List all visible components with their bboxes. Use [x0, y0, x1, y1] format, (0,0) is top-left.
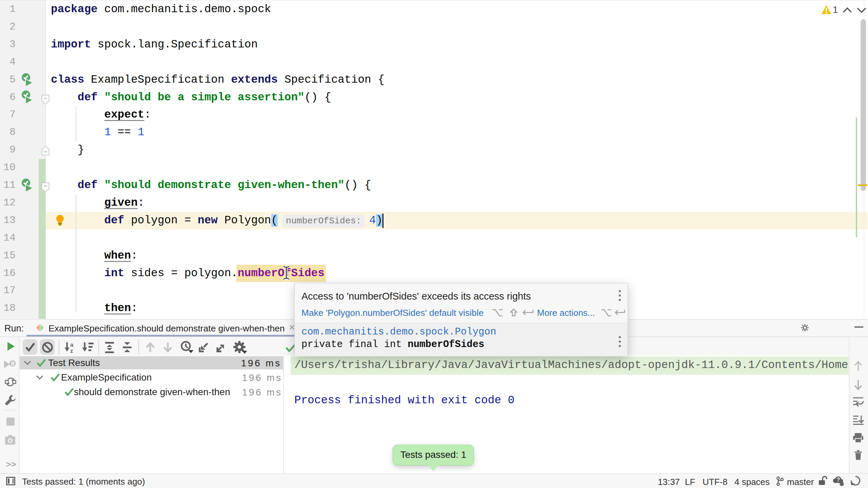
svg-text:9: 9: [11, 361, 14, 367]
svg-text:z: z: [70, 348, 73, 353]
svg-text:?: ?: [836, 476, 840, 483]
svg-text:a: a: [70, 342, 74, 348]
